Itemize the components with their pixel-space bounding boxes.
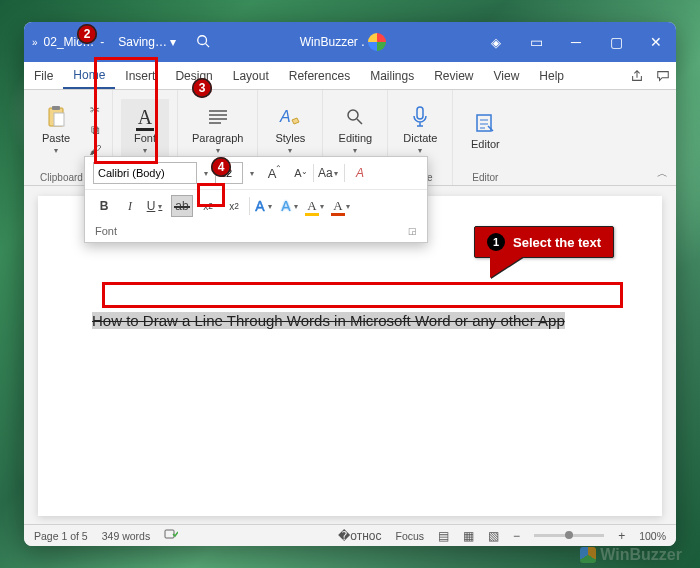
svg-rect-13 (477, 115, 491, 131)
superscript-button[interactable]: x2 (223, 195, 245, 217)
document-page[interactable]: How to Draw a Line Through Words in Micr… (38, 196, 662, 516)
dictate-button[interactable]: Dictate ▾ (396, 100, 444, 159)
font-mini-toolbar: ▾ ▾ A A Aa▾ A B I U▾ ab x2 x2 A▾ A▾ A▾ A… (84, 156, 428, 243)
document-title[interactable]: 02_Mic… (44, 35, 95, 49)
editor-icon (474, 110, 496, 136)
styles-icon: A (278, 104, 302, 130)
text-effects-glow-button[interactable]: A▾ (280, 195, 302, 217)
strikethrough-button[interactable]: ab (171, 195, 193, 217)
svg-rect-3 (52, 106, 60, 110)
zoom-out-icon[interactable]: − (513, 529, 520, 543)
print-layout-icon[interactable]: ▦ (463, 529, 474, 543)
comments-icon[interactable] (650, 62, 676, 89)
chevron-down-icon: ▾ (216, 146, 220, 155)
cut-icon[interactable]: ✂ (86, 101, 104, 119)
collapse-ribbon-icon[interactable]: ︿ (657, 166, 668, 181)
font-dialog-launcher-icon[interactable]: ◲ (408, 226, 417, 236)
paste-label: Paste (42, 132, 70, 144)
styles-label: Styles (275, 132, 305, 144)
italic-button[interactable]: I (119, 195, 141, 217)
titlebar-separator: - (100, 35, 104, 49)
document-text-selection[interactable]: How to Draw a Line Through Words in Micr… (92, 312, 565, 329)
separator (344, 164, 345, 182)
group-editor: Editor Editor (453, 90, 517, 185)
tab-home[interactable]: Home (63, 62, 115, 89)
editing-button[interactable]: Editing ▾ (331, 100, 379, 159)
read-mode-icon[interactable]: ▤ (438, 529, 449, 543)
shrink-font-button[interactable]: A (287, 162, 309, 184)
editor-button[interactable]: Editor (461, 106, 509, 154)
focus-label[interactable]: Focus (396, 530, 425, 542)
paragraph-label: Paragraph (192, 132, 243, 144)
highlight-button[interactable]: A▾ (306, 195, 328, 217)
tab-help[interactable]: Help (529, 62, 574, 89)
statusbar: Page 1 of 5 349 words �относ Focus ▤ ▦ ▧… (24, 524, 676, 546)
font-button-label: Font (134, 132, 156, 144)
font-name-dropdown-icon[interactable]: ▾ (201, 169, 211, 178)
tab-insert[interactable]: Insert (115, 62, 165, 89)
ribbon-display-options-icon[interactable]: ▭ (516, 22, 556, 62)
chevron-down-icon: ▾ (54, 146, 58, 155)
editor-label: Editor (471, 138, 500, 150)
chevron-down-icon: ▾ (143, 146, 147, 155)
font-size-input[interactable] (215, 162, 243, 184)
premium-icon[interactable]: ◈ (476, 22, 516, 62)
strikethrough-icon: ab (175, 199, 188, 213)
focus-mode-icon[interactable]: �относ (338, 529, 381, 543)
clear-formatting-button[interactable]: A (349, 162, 371, 184)
zoom-in-icon[interactable]: + (618, 529, 625, 543)
bold-button[interactable]: B (93, 195, 115, 217)
minimize-button[interactable]: ─ (556, 22, 596, 62)
font-group-button[interactable]: A Font ▾ (121, 99, 169, 160)
page-indicator[interactable]: Page 1 of 5 (34, 530, 88, 542)
paragraph-icon (207, 104, 229, 130)
change-case-button[interactable]: Aa▾ (318, 162, 340, 184)
font-size-dropdown-icon[interactable]: ▾ (247, 169, 257, 178)
tab-design[interactable]: Design (165, 62, 222, 89)
tab-view[interactable]: View (484, 62, 530, 89)
web-layout-icon[interactable]: ▧ (488, 529, 499, 543)
separator (249, 197, 250, 215)
font-name-input[interactable] (93, 162, 197, 184)
close-button[interactable]: ✕ (636, 22, 676, 62)
subscript-button[interactable]: x2 (197, 195, 219, 217)
text-effects-button[interactable]: A▾ (254, 195, 276, 217)
tab-review[interactable]: Review (424, 62, 483, 89)
dictate-label: Dictate (403, 132, 437, 144)
zoom-value[interactable]: 100% (639, 530, 666, 542)
svg-point-10 (348, 110, 358, 120)
titlebar: » 02_Mic… - Saving… ▾ WinBuzzer . ◈ ▭ ─ … (24, 22, 676, 62)
titlebar-overflow-chevron[interactable]: » (32, 37, 38, 48)
tab-layout[interactable]: Layout (223, 62, 279, 89)
word-window: » 02_Mic… - Saving… ▾ WinBuzzer . ◈ ▭ ─ … (24, 22, 676, 546)
paragraph-button[interactable]: Paragraph ▾ (186, 100, 249, 159)
grow-font-button[interactable]: A (261, 162, 283, 184)
group-editor-label: Editor (472, 172, 498, 183)
copy-icon[interactable]: ⧉ (86, 121, 104, 139)
save-status[interactable]: Saving… ▾ (118, 35, 176, 49)
user-avatar-icon[interactable] (368, 33, 386, 51)
styles-button[interactable]: A Styles ▾ (266, 100, 314, 159)
zoom-slider[interactable] (534, 534, 604, 537)
find-icon (345, 104, 365, 130)
font-popup-label: Font (95, 225, 117, 237)
paste-button[interactable]: Paste ▾ (32, 100, 80, 159)
svg-point-0 (198, 35, 207, 44)
chevron-down-icon: ▾ (418, 146, 422, 155)
search-icon[interactable] (196, 34, 210, 51)
svg-line-1 (206, 43, 210, 47)
svg-text:A: A (279, 108, 291, 125)
svg-line-11 (357, 119, 362, 124)
tab-references[interactable]: References (279, 62, 360, 89)
tab-mailings[interactable]: Mailings (360, 62, 424, 89)
font-color-button[interactable]: A▾ (332, 195, 354, 217)
share-icon[interactable] (624, 62, 650, 89)
ribbon-tabs: File Home Insert Design Layout Reference… (24, 62, 676, 90)
tab-file[interactable]: File (24, 62, 63, 89)
spellcheck-icon[interactable] (164, 528, 178, 543)
chevron-down-icon: ▾ (288, 146, 292, 155)
maximize-button[interactable]: ▢ (596, 22, 636, 62)
word-count[interactable]: 349 words (102, 530, 150, 542)
underline-button[interactable]: U▾ (145, 195, 167, 217)
svg-rect-12 (417, 107, 423, 119)
